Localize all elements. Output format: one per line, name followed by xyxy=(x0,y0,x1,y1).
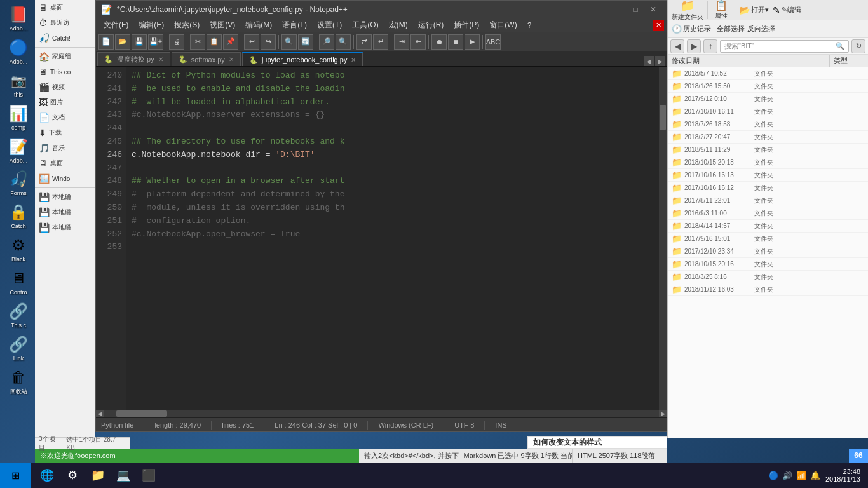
lp-recent[interactable]: ⏱ 最近访 xyxy=(35,15,95,30)
tab-wendu[interactable]: 🐍 温度转换.py ✕ xyxy=(97,52,170,66)
desktop-icon-link1[interactable]: 🔗 This c xyxy=(3,299,34,331)
menu-file[interactable]: 文件(F) xyxy=(98,18,133,32)
lp-windows[interactable]: 🪟 Windo xyxy=(35,171,95,186)
tb-save[interactable]: 💾 xyxy=(132,34,147,50)
code-editor[interactable]: ## Dict of Python modules to load as not… xyxy=(126,67,659,410)
scroll-thumb-h[interactable] xyxy=(116,410,167,417)
desktop-icon-control[interactable]: ⚙ Black xyxy=(3,233,34,265)
tb-zoom-in[interactable]: 🔎 xyxy=(319,34,334,50)
tab-softmax[interactable]: 🐍 softmax.py ✕ xyxy=(172,52,241,66)
start-button[interactable]: ⊞ xyxy=(0,463,31,488)
tab-jupyter[interactable]: 🐍 jupyter_notebook_config.py ✕ xyxy=(242,52,363,66)
file-row-9[interactable]: 📁2017/10/16 16:12文件夹 xyxy=(668,182,868,194)
lp-desktop2[interactable]: 🖥 桌面 xyxy=(35,156,95,171)
tb-word-wrap[interactable]: ↵ xyxy=(373,34,388,50)
tb-macro-stop[interactable]: ⏹ xyxy=(448,34,463,50)
tb-new[interactable]: 📄 xyxy=(98,34,114,50)
tb-paste[interactable]: 📌 xyxy=(223,34,238,50)
tab-scroll-left[interactable]: ◀ xyxy=(644,56,654,66)
file-row-1[interactable]: 📁2018/1/26 15:50文件夹 xyxy=(668,80,868,93)
close-notif[interactable]: ✕ xyxy=(653,20,664,31)
scroll-right-arrow[interactable]: ▶ xyxy=(659,410,667,417)
tb-sync-scroll[interactable]: ⇄ xyxy=(356,34,372,50)
new-folder-btn[interactable]: 📁 新建文件夹 xyxy=(672,0,703,22)
file-row-2[interactable]: 📁2017/9/12 0:10文件夹 xyxy=(668,93,868,105)
taskbar-cmd[interactable]: 💻 xyxy=(112,464,135,487)
tb-print[interactable]: 🖨 xyxy=(169,34,184,50)
file-row-5[interactable]: 📁2018/2/27 20:47文件夹 xyxy=(668,131,868,144)
desktop-icon-catch[interactable]: 🎣 Forms xyxy=(3,167,34,199)
tab-wendu-close[interactable]: ✕ xyxy=(158,56,163,63)
lp-documents[interactable]: 📄 文档 xyxy=(35,110,95,125)
lp-local3[interactable]: 💾 本地磁 xyxy=(35,220,95,235)
file-row-16[interactable]: 📁2018/3/25 8:16文件夹 xyxy=(668,271,868,283)
properties-btn[interactable]: 📋 属性 xyxy=(712,0,731,20)
refresh-btn[interactable]: ↻ xyxy=(851,39,865,53)
tb-find[interactable]: 🔍 xyxy=(281,34,297,50)
desktop-icon-recycle[interactable]: 🗑 回收站 xyxy=(3,365,34,397)
system-clock[interactable]: 23:48 2018/11/13 xyxy=(825,468,860,483)
file-row-6[interactable]: 📁2018/9/11 11:29文件夹 xyxy=(668,144,868,156)
open-btn[interactable]: 📂 打开▾ xyxy=(739,5,769,15)
lp-thispc[interactable]: 🖥 This co xyxy=(35,64,95,79)
nav-back-btn[interactable]: ◀ xyxy=(670,39,684,53)
tab-jupyter-close[interactable]: ✕ xyxy=(351,57,356,64)
file-row-15[interactable]: 📁2018/10/15 20:16文件夹 xyxy=(668,258,868,271)
menu-run[interactable]: 运行(R) xyxy=(413,18,449,32)
deselect-btn[interactable]: 反向选择 xyxy=(747,24,775,34)
scroll-left-arrow[interactable]: ◀ xyxy=(96,410,104,417)
tb-copy[interactable]: 📋 xyxy=(207,34,222,50)
tb-outdent[interactable]: ⇤ xyxy=(410,34,426,50)
file-row-3[interactable]: 📁2017/10/10 16:11文件夹 xyxy=(668,105,868,118)
lp-catch[interactable]: 🎣 Catch! xyxy=(35,30,95,46)
lp-local2[interactable]: 💾 本地磁 xyxy=(35,205,95,220)
menu-encoding[interactable]: 编码(M) xyxy=(240,18,277,32)
horizontal-scrollbar[interactable]: ◀ ▶ xyxy=(96,410,667,417)
file-row-4[interactable]: 📁2018/7/26 18:58文件夹 xyxy=(668,118,868,131)
col-type-header[interactable]: 类型 xyxy=(830,55,868,67)
lp-video[interactable]: 🎬 视频 xyxy=(35,79,95,95)
desktop-icon-this[interactable]: 📷 this xyxy=(3,69,34,100)
tab-scroll-right[interactable]: ▶ xyxy=(655,56,665,66)
file-row-14[interactable]: 📁2017/12/10 23:34文件夹 xyxy=(668,245,868,258)
tb-undo[interactable]: ↩ xyxy=(244,34,259,50)
menu-help[interactable]: ? xyxy=(522,18,537,32)
menu-search[interactable]: 搜索(S) xyxy=(169,18,205,32)
file-row-7[interactable]: 📁2018/10/15 20:18文件夹 xyxy=(668,156,868,169)
taskbar-chrome[interactable]: 🌐 xyxy=(36,464,58,487)
desktop-icon-adobe2[interactable]: 🔵 Adob... xyxy=(3,36,34,67)
tb-redo[interactable]: ↪ xyxy=(261,34,276,50)
file-row-10[interactable]: 📁2017/8/11 22:01文件夹 xyxy=(668,194,868,207)
tb-spell[interactable]: ABC xyxy=(485,34,501,50)
menu-window[interactable]: 窗口(W) xyxy=(484,18,522,32)
menu-view[interactable]: 视图(V) xyxy=(205,18,240,32)
menu-tools[interactable]: 工具(O) xyxy=(347,18,383,32)
tb-saveall[interactable]: 💾+ xyxy=(148,34,163,50)
desktop-icon-link2[interactable]: 🔗 Link xyxy=(3,332,34,364)
lp-desktop[interactable]: 🖥 桌面 xyxy=(35,0,95,15)
tb-replace[interactable]: 🔄 xyxy=(298,34,313,50)
file-row-17[interactable]: 📁2018/11/12 16:03文件夹 xyxy=(668,283,868,296)
desktop-icon-forms[interactable]: 📝 Adob... xyxy=(3,135,34,166)
col-date-header[interactable]: 修改日期 xyxy=(668,55,830,67)
nav-up-btn[interactable]: ↑ xyxy=(703,39,717,53)
tb-zoom-out[interactable]: 🔍 xyxy=(336,34,351,50)
menu-settings[interactable]: 设置(T) xyxy=(312,18,347,32)
desktop-icon-comp[interactable]: 📊 comp xyxy=(3,102,34,133)
file-row-8[interactable]: 📁2017/10/16 16:13文件夹 xyxy=(668,169,868,182)
scroll-h-track[interactable] xyxy=(104,410,659,417)
edit-btn[interactable]: ✎ ✎编辑 xyxy=(773,5,801,15)
file-row-12[interactable]: 📁2018/4/14 14:57文件夹 xyxy=(668,220,868,233)
tb-cut[interactable]: ✂ xyxy=(190,34,205,50)
lp-homegroup[interactable]: 🏠 家庭组 xyxy=(35,49,95,64)
maximize-button[interactable]: □ xyxy=(627,3,644,17)
close-button[interactable]: ✕ xyxy=(645,3,661,17)
file-row-13[interactable]: 📁2017/9/16 15:01文件夹 xyxy=(668,233,868,245)
select-all-btn[interactable]: 全部选择 xyxy=(717,24,745,34)
tb-indent[interactable]: ⇥ xyxy=(394,34,409,50)
taskbar-explorer[interactable]: 📁 xyxy=(86,464,109,487)
file-row-11[interactable]: 📁2016/9/3 11:00文件夹 xyxy=(668,207,868,220)
taskbar-terminal[interactable]: ⬛ xyxy=(137,464,160,487)
taskbar-settings[interactable]: ⚙ xyxy=(61,464,84,487)
minimize-button[interactable]: ─ xyxy=(609,3,626,17)
